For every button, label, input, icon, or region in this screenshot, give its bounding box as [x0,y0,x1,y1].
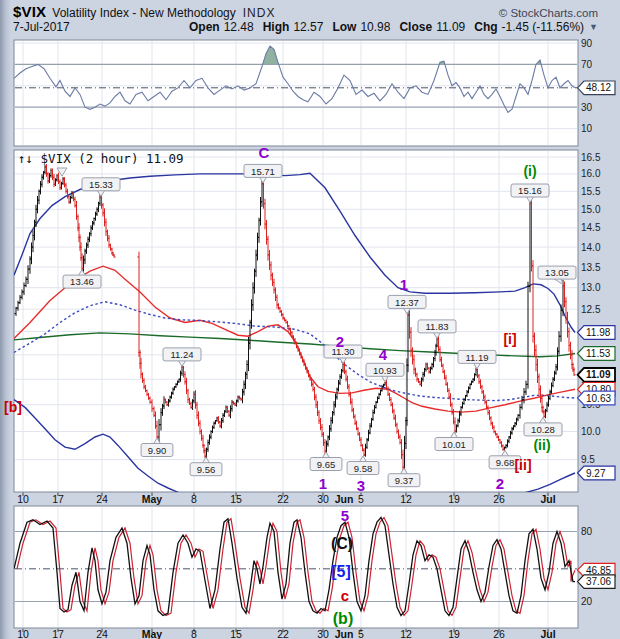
svg-text:9.90: 9.90 [148,445,167,456]
svg-text:37.06: 37.06 [586,576,611,587]
main-axis-tick-label: 13.5 [581,262,601,273]
svg-text:11.98: 11.98 [586,327,611,338]
svg-text:11.19: 11.19 [465,352,488,363]
main-x-axis-label: 19 [448,493,460,505]
price-value-box: 10.63 [578,391,616,405]
ohlc-quote-row: Open12.48High12.57Low10.98Close11.09Chg-… [180,20,584,34]
svg-text:10.01: 10.01 [442,439,466,450]
bottom-x-axis-label: 30 [317,628,329,639]
main-price-panel [14,150,578,492]
wave-annotation: [ii] [514,457,531,473]
price-value-box: 11.53 [578,347,616,361]
bottom-x-axis-label: 24 [96,628,108,639]
main-x-axis-label: 30 [317,493,329,505]
main-x-axis-label: 17 [52,493,64,505]
bottom-x-axis-label: Jun [335,628,354,639]
top-axis-tick-label: 70 [581,59,593,70]
chart-header: $VIX Volatility Index - New Methodology … [0,0,620,38]
wave-annotation: [b] [4,399,22,415]
main-x-axis-label: 8 [191,493,197,505]
exchange-label: INDX [243,6,276,20]
top-value-box: 48.12 [578,81,616,95]
top-axis-tick-label: 30 [581,102,593,113]
main-chart-label: ↑↓ $VIX (2 hour) 11.09 [18,151,184,166]
wave-annotation: 4 [379,346,388,363]
bottom-x-axis-label: 26 [493,628,505,639]
stockcharts-credit: © StockCharts.com [499,7,598,19]
chart-date: 7-Jul-2017 [13,20,70,34]
chart-canvas: 90703010↑↓ $VIX (2 hour) 11.0915.3313.46… [0,38,620,639]
svg-text:48.12: 48.12 [586,82,611,93]
top-axis-tick-label: 90 [581,38,593,49]
svg-text:9.27: 9.27 [586,468,606,479]
svg-text:15.33: 15.33 [89,179,113,190]
bottom-x-axis-label: 12 [400,628,412,639]
quote-label: Chg [474,20,497,34]
svg-text:9.68: 9.68 [496,457,515,468]
svg-text:46.85: 46.85 [586,565,611,576]
main-x-axis-label: 26 [493,493,505,505]
bottom-x-axis-label: 10 [17,628,29,639]
svg-text:10.28: 10.28 [531,424,555,435]
bottom-x-axis-label: 8 [191,628,197,639]
wave-annotation: 1 [319,475,327,492]
wave-annotation: 1 [400,276,408,293]
svg-text:9.58: 9.58 [354,463,373,474]
quote-value: 12.57 [293,20,323,34]
main-axis-tick-label: 13.0 [581,282,601,293]
main-x-axis-label: 15 [230,493,242,505]
symbol: $VIX [13,3,46,20]
bottom-axis-tick-label: 20 [581,596,593,607]
quote-label: Close [399,20,432,34]
main-axis-tick-label: 15.5 [581,186,601,197]
main-x-axis-label: 5 [358,493,364,505]
price-value-box: 11.98 [578,326,616,340]
oscillator-value-box: 37.06 [578,575,616,589]
price-value-box: 11.09 [578,368,616,382]
quote-value: -1.45 (-11.56%) [502,20,584,34]
quote-label: High [263,20,290,34]
symbol-title: Volatility Index - New Methodology [52,6,235,20]
main-x-axis-label: 12 [400,493,412,505]
svg-text:9.65: 9.65 [317,459,336,470]
quote-value: 12.48 [224,20,254,34]
svg-text:11.83: 11.83 [425,321,448,332]
main-x-axis-label: 22 [277,493,289,505]
svg-text:13.05: 13.05 [545,267,569,278]
wave-annotation: (b) [333,610,353,627]
bottom-x-axis-label: Jul [540,628,555,639]
svg-text:15.71: 15.71 [251,166,275,177]
wave-annotation: 2 [336,333,344,350]
main-axis-tick-label: 10.0 [581,426,601,437]
main-axis-tick-label: 15.0 [581,204,601,215]
svg-text:10.63: 10.63 [586,393,611,404]
quote-label: Low [332,20,356,34]
svg-text:9.56: 9.56 [197,464,216,475]
main-x-axis-label: 10 [17,493,29,505]
wave-annotation: (ii) [533,437,550,453]
main-x-axis-label: Jun [335,493,354,505]
bottom-x-axis-label: 22 [277,628,289,639]
wave-annotation: (i) [523,163,536,179]
svg-text:10.93: 10.93 [373,365,397,376]
bottom-axis-tick-label: 80 [581,526,593,537]
bottom-x-axis-label: 15 [230,628,242,639]
main-x-axis-label: Jul [540,493,555,505]
svg-text:11.24: 11.24 [170,349,193,360]
main-axis-tick-label: 16.5 [581,152,601,163]
stockcharts-chart-page: { "header": { "symbol": "$VIX", "title":… [0,0,620,639]
bottom-x-axis-label: 17 [52,628,64,639]
wave-annotation: (C) [331,535,353,552]
main-axis-tick-label: 12.5 [581,304,601,315]
price-value-box: 9.27 [578,466,616,480]
bottom-x-axis-label: May [142,628,163,639]
bottom-x-axis-label: 19 [448,628,460,639]
svg-text:11.53: 11.53 [586,348,611,359]
bottom-x-axis-label: 5 [358,628,364,639]
chg-dropdown-icon[interactable]: ▼ [589,22,598,32]
svg-text:13.46: 13.46 [70,276,94,287]
wave-annotation: [5] [331,563,351,580]
svg-text:9.37: 9.37 [395,475,414,486]
main-x-axis-label: 24 [96,493,108,505]
wave-annotation: c [341,587,349,604]
